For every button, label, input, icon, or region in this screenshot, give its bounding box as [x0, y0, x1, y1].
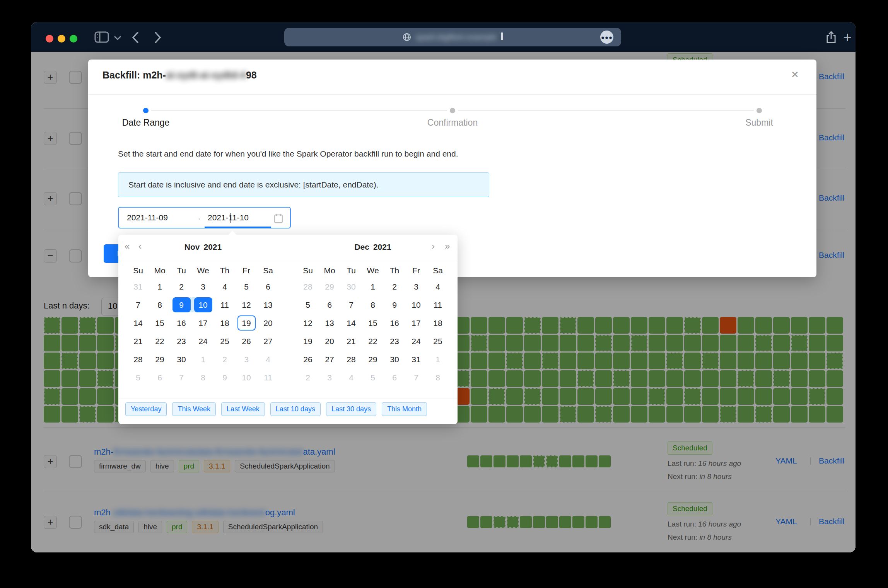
calendar-day-10[interactable]: 10	[405, 296, 427, 314]
calendar-day-muted-2[interactable]: 2	[297, 368, 319, 387]
calendar-day-muted-29[interactable]: 29	[319, 278, 340, 296]
calendar-day-muted-1[interactable]: 1	[192, 350, 214, 368]
url-bar[interactable]: spark.bigfleet.example ●●●	[284, 28, 621, 46]
calendar-day-muted-7[interactable]: 7	[405, 368, 427, 387]
calendar-day-muted-4[interactable]: 4	[257, 350, 279, 368]
calendar-day-10[interactable]: 10	[192, 296, 214, 314]
calendar-day-27[interactable]: 27	[257, 332, 279, 350]
calendar-day-19[interactable]: 19	[236, 314, 257, 332]
calendar-day-19[interactable]: 19	[297, 332, 319, 350]
calendar-day-6[interactable]: 6	[257, 278, 279, 296]
calendar-day-muted-3[interactable]: 3	[236, 350, 257, 368]
calendar-day-30[interactable]: 30	[384, 350, 405, 368]
traffic-close-button[interactable]	[46, 35, 53, 43]
calendar-day-15[interactable]: 15	[149, 314, 171, 332]
calendar-day-1[interactable]: 1	[362, 278, 384, 296]
calendar-day-28[interactable]: 28	[127, 350, 149, 368]
date-range-picker[interactable]: 2021-11-09 → 2021-11-10	[118, 207, 291, 228]
quick-range-last-30-days[interactable]: Last 30 days	[326, 402, 376, 416]
calendar-day-22[interactable]: 22	[362, 332, 384, 350]
calendar-day-16[interactable]: 16	[171, 314, 192, 332]
calendar-day-14[interactable]: 14	[127, 314, 149, 332]
calendar-day-11[interactable]: 11	[427, 296, 449, 314]
calendar-day-3[interactable]: 3	[192, 278, 214, 296]
start-date-input[interactable]: 2021-11-09	[127, 213, 168, 222]
calendar-day-16[interactable]: 16	[384, 314, 405, 332]
calendar-day-26[interactable]: 26	[236, 332, 257, 350]
calendar-day-23[interactable]: 23	[171, 332, 192, 350]
calendar-day-7[interactable]: 7	[340, 296, 362, 314]
calendar-day-21[interactable]: 21	[340, 332, 362, 350]
traffic-zoom-button[interactable]	[70, 35, 77, 43]
sidebar-toggle-icon[interactable]	[94, 31, 110, 43]
calendar-day-muted-10[interactable]: 10	[236, 368, 257, 387]
calendar-day-muted-30[interactable]: 30	[340, 278, 362, 296]
calendar-day-25[interactable]: 25	[427, 332, 449, 350]
close-icon[interactable]: ×	[791, 68, 799, 80]
calendar-day-muted-5[interactable]: 5	[362, 368, 384, 387]
calendar-day-muted-2[interactable]: 2	[214, 350, 236, 368]
calendar-day-28[interactable]: 28	[340, 350, 362, 368]
calendar-day-24[interactable]: 24	[192, 332, 214, 350]
calendar-day-muted-7[interactable]: 7	[171, 368, 192, 387]
calendar-day-muted-28[interactable]: 28	[297, 278, 319, 296]
new-tab-icon[interactable]: +	[843, 29, 852, 46]
calendar-day-2[interactable]: 2	[384, 278, 405, 296]
calendar-day-23[interactable]: 23	[384, 332, 405, 350]
calendar-day-6[interactable]: 6	[319, 296, 340, 314]
calendar-day-25[interactable]: 25	[214, 332, 236, 350]
calendar-day-muted-31[interactable]: 31	[127, 278, 149, 296]
super-next-icon[interactable]: »	[445, 242, 450, 251]
forward-button-icon[interactable]	[154, 31, 162, 44]
calendar-day-9[interactable]: 9	[171, 296, 192, 314]
calendar-day-muted-1[interactable]: 1	[427, 350, 449, 368]
reader-ellipsis-icon[interactable]: ●●●	[600, 31, 613, 44]
calendar-day-muted-8[interactable]: 8	[427, 368, 449, 387]
calendar-day-1[interactable]: 1	[149, 278, 171, 296]
calendar-day-muted-4[interactable]: 4	[340, 368, 362, 387]
calendar-day-15[interactable]: 15	[362, 314, 384, 332]
calendar-day-muted-5[interactable]: 5	[127, 368, 149, 387]
quick-range-this-month[interactable]: This Month	[382, 402, 427, 416]
calendar-day-12[interactable]: 12	[297, 314, 319, 332]
calendar-day-13[interactable]: 13	[257, 296, 279, 314]
calendar-day-26[interactable]: 26	[297, 350, 319, 368]
calendar-day-5[interactable]: 5	[297, 296, 319, 314]
calendar-day-12[interactable]: 12	[236, 296, 257, 314]
calendar-day-8[interactable]: 8	[149, 296, 171, 314]
calendar-day-29[interactable]: 29	[149, 350, 171, 368]
calendar-day-20[interactable]: 20	[257, 314, 279, 332]
calendar-day-muted-8[interactable]: 8	[192, 368, 214, 387]
calendar-day-muted-6[interactable]: 6	[384, 368, 405, 387]
calendar-day-18[interactable]: 18	[214, 314, 236, 332]
traffic-minimize-button[interactable]	[58, 35, 65, 43]
calendar-day-24[interactable]: 24	[405, 332, 427, 350]
calendar-day-17[interactable]: 17	[405, 314, 427, 332]
calendar-day-17[interactable]: 17	[192, 314, 214, 332]
quick-range-yesterday[interactable]: Yesterday	[125, 402, 167, 416]
calendar-day-muted-11[interactable]: 11	[257, 368, 279, 387]
calendar-day-13[interactable]: 13	[319, 314, 340, 332]
calendar-day-21[interactable]: 21	[127, 332, 149, 350]
calendar-day-4[interactable]: 4	[427, 278, 449, 296]
calendar-icon[interactable]	[274, 213, 283, 223]
chevron-down-icon[interactable]	[114, 36, 121, 41]
next-month-icon[interactable]: ›	[432, 242, 435, 251]
calendar-day-7[interactable]: 7	[127, 296, 149, 314]
calendar-day-muted-6[interactable]: 6	[149, 368, 171, 387]
calendar-day-2[interactable]: 2	[171, 278, 192, 296]
calendar-day-18[interactable]: 18	[427, 314, 449, 332]
calendar-day-22[interactable]: 22	[149, 332, 171, 350]
quick-range-this-week[interactable]: This Week	[172, 402, 216, 416]
calendar-day-3[interactable]: 3	[405, 278, 427, 296]
calendar-day-30[interactable]: 30	[171, 350, 192, 368]
calendar-day-29[interactable]: 29	[362, 350, 384, 368]
calendar-day-5[interactable]: 5	[236, 278, 257, 296]
calendar-day-8[interactable]: 8	[362, 296, 384, 314]
calendar-day-muted-9[interactable]: 9	[214, 368, 236, 387]
calendar-day-4[interactable]: 4	[214, 278, 236, 296]
calendar-day-27[interactable]: 27	[319, 350, 340, 368]
end-date-input[interactable]: 2021-11-10	[208, 213, 249, 222]
calendar-day-14[interactable]: 14	[340, 314, 362, 332]
calendar-day-31[interactable]: 31	[405, 350, 427, 368]
